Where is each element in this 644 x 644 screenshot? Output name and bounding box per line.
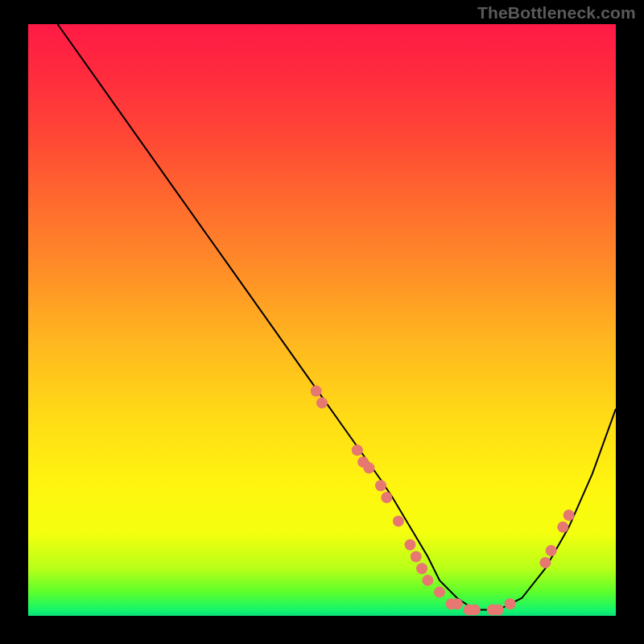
chart-marker: [381, 492, 392, 503]
chart-marker: [363, 462, 374, 473]
chart-marker: [546, 545, 557, 556]
chart-marker: [375, 480, 386, 491]
bottleneck-chart-svg: [28, 24, 616, 616]
chart-marker: [469, 605, 481, 616]
chart-marker: [505, 598, 516, 609]
chart-marker: [557, 522, 568, 533]
chart-marker: [416, 563, 427, 574]
chart-marker: [352, 444, 363, 456]
chart-stage: TheBottleneck.com: [0, 0, 644, 644]
chart-marker: [311, 386, 322, 397]
bottleneck-curve-line: [58, 24, 617, 610]
chart-marker: [493, 605, 504, 616]
chart-marker: [422, 575, 433, 586]
chart-marker: [316, 397, 328, 408]
chart-marker: [539, 557, 551, 568]
chart-marker: [405, 539, 416, 551]
watermark-text: TheBottleneck.com: [477, 3, 636, 23]
chart-marker: [452, 598, 463, 609]
chart-marker: [393, 515, 404, 526]
chart-marker: [434, 587, 445, 598]
chart-marker: [411, 551, 422, 563]
chart-marker: [564, 510, 575, 521]
